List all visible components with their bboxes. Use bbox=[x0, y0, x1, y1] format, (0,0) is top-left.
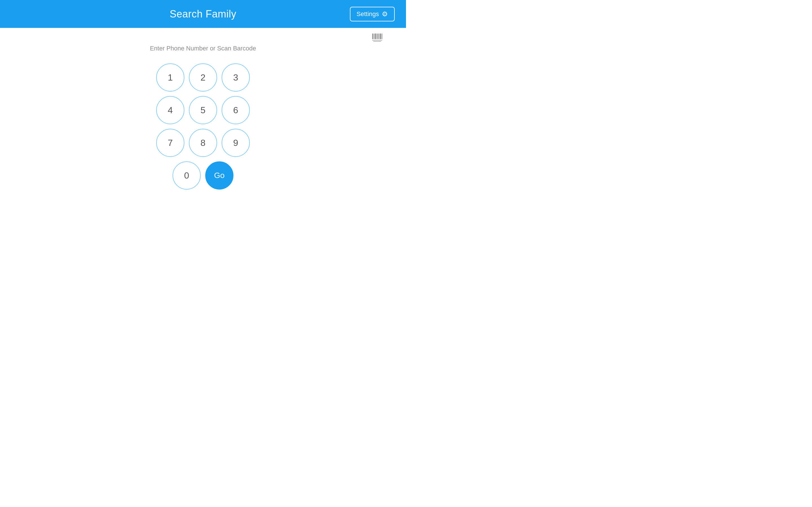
svg-rect-6 bbox=[380, 34, 381, 39]
key-4[interactable]: 4 bbox=[156, 96, 185, 124]
barcode-icon-wrapper bbox=[371, 31, 384, 43]
svg-rect-0 bbox=[372, 34, 373, 39]
gear-icon: ⚙ bbox=[382, 10, 388, 18]
app-header: Search Family Settings ⚙ bbox=[0, 0, 406, 28]
keypad-row-4: 0 Go bbox=[172, 161, 234, 189]
svg-rect-5 bbox=[379, 34, 379, 39]
svg-rect-8 bbox=[372, 40, 382, 41]
page-title: Search Family bbox=[170, 8, 237, 20]
go-button[interactable]: Go bbox=[205, 161, 234, 189]
keypad-row-1: 1 2 3 bbox=[156, 63, 250, 92]
key-9[interactable]: 9 bbox=[221, 129, 250, 157]
keypad-row-2: 4 5 6 bbox=[156, 96, 250, 124]
barcode-scan-icon bbox=[371, 31, 384, 43]
instruction-text: Enter Phone Number or Scan Barcode bbox=[150, 45, 256, 52]
key-7[interactable]: 7 bbox=[156, 129, 185, 157]
key-8[interactable]: 8 bbox=[189, 129, 217, 157]
key-1[interactable]: 1 bbox=[156, 63, 185, 92]
svg-rect-3 bbox=[376, 34, 377, 39]
keypad: 1 2 3 4 5 6 7 8 9 0 Go bbox=[156, 63, 250, 189]
svg-rect-7 bbox=[382, 34, 382, 39]
svg-rect-9 bbox=[373, 41, 381, 42]
main-content: Enter Phone Number or Scan Barcode 1 2 3… bbox=[0, 28, 406, 189]
settings-label: Settings bbox=[357, 10, 379, 18]
key-6[interactable]: 6 bbox=[221, 96, 250, 124]
key-3[interactable]: 3 bbox=[221, 63, 250, 92]
key-0[interactable]: 0 bbox=[172, 161, 201, 189]
keypad-row-3: 7 8 9 bbox=[156, 129, 250, 157]
svg-rect-1 bbox=[373, 34, 374, 39]
svg-rect-2 bbox=[375, 34, 376, 39]
key-5[interactable]: 5 bbox=[189, 96, 217, 124]
svg-rect-4 bbox=[377, 34, 378, 39]
key-2[interactable]: 2 bbox=[189, 63, 217, 92]
settings-button[interactable]: Settings ⚙ bbox=[350, 7, 395, 21]
